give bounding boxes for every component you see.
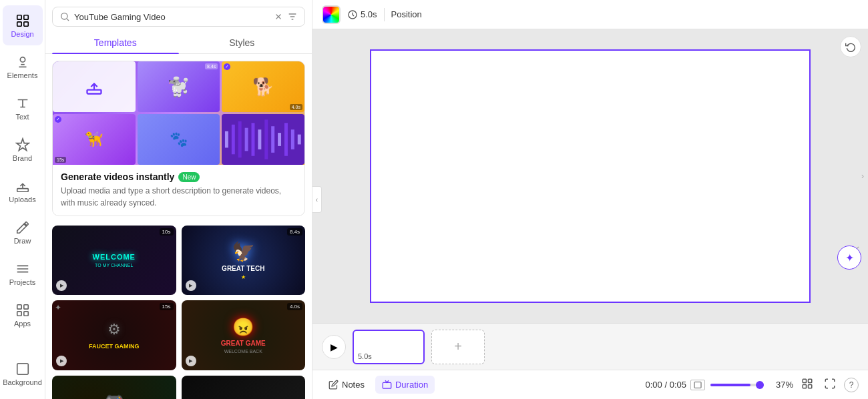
sidebar-item-background[interactable]: Background bbox=[3, 354, 43, 394]
svg-rect-3 bbox=[23, 21, 27, 25]
template-4-play[interactable]: ▶ bbox=[186, 356, 196, 366]
svg-rect-28 bbox=[803, 379, 806, 382]
promo-dog3-cell: ✓ 🦮 15s bbox=[53, 114, 136, 165]
color-picker-button[interactable] bbox=[322, 5, 341, 24]
sidebar-item-background-label: Background bbox=[3, 378, 42, 386]
svg-rect-12 bbox=[87, 90, 101, 94]
svg-rect-8 bbox=[17, 311, 21, 315]
template-3-text: FAUCET GAMING bbox=[89, 343, 140, 350]
svg-point-4 bbox=[20, 57, 25, 61]
sidebar-item-brand-label: Brand bbox=[13, 154, 32, 162]
template-item-1[interactable]: WELCOME TO MY CHANNEL ▶ 10s bbox=[52, 226, 176, 295]
tab-templates[interactable]: Templates bbox=[52, 32, 179, 53]
add-icon: + bbox=[454, 339, 462, 354]
zoom-slider-thumb[interactable] bbox=[756, 381, 764, 389]
svg-rect-20 bbox=[272, 126, 275, 153]
template-item-6[interactable]: GAMING VIDEO CHANNEL ▶ bbox=[182, 376, 306, 399]
panel-tabs: Templates Styles bbox=[45, 32, 312, 54]
refresh-button[interactable] bbox=[840, 36, 861, 57]
search-bar[interactable] bbox=[52, 7, 305, 27]
tab-styles[interactable]: Styles bbox=[179, 32, 306, 53]
promo-card-image: 8.4s 🐩 ✓ 🐕 4.0s ✓ 🦮 15s bbox=[53, 61, 304, 165]
magic-button[interactable]: ✦ bbox=[837, 246, 861, 270]
template-2-play[interactable]: ▶ bbox=[186, 280, 196, 291]
panel-wrapper: Templates Styles 8.4s 🐩 bbox=[45, 0, 312, 399]
duration-icon bbox=[382, 380, 392, 390]
promo-dog4-cell: 🐾 bbox=[138, 114, 220, 165]
canvas-scroll-right-arrow[interactable]: › bbox=[861, 171, 864, 181]
bottom-bar: Notes Duration 0:00 / 0:05 bbox=[312, 370, 868, 399]
svg-rect-0 bbox=[17, 15, 21, 19]
clear-icon[interactable] bbox=[274, 12, 283, 21]
background-icon bbox=[15, 362, 30, 376]
svg-rect-2 bbox=[17, 21, 21, 25]
template-item-5[interactable]: 🎮 DANIEL GAMING SPECIAL CHANNEL ▶ bbox=[52, 376, 176, 399]
template-4-text: GREAT GAME bbox=[221, 340, 266, 347]
sidebar-item-draw-label: Draw bbox=[14, 237, 31, 245]
notes-button[interactable]: Notes bbox=[322, 376, 371, 394]
svg-rect-26 bbox=[383, 382, 391, 388]
svg-rect-29 bbox=[809, 379, 812, 382]
sidebar-item-elements[interactable]: Elements bbox=[3, 47, 43, 87]
svg-rect-18 bbox=[258, 129, 262, 149]
timeline-play-button[interactable]: ▶ bbox=[322, 335, 346, 359]
zoom-slider[interactable] bbox=[710, 384, 764, 386]
svg-rect-19 bbox=[265, 119, 268, 159]
timeline-clip-1[interactable]: 5.0s bbox=[353, 330, 425, 364]
template-item-2[interactable]: 🦅 GREAT TECH ★ ▶ 8.4s bbox=[182, 226, 306, 295]
promo-waveform-cell bbox=[222, 114, 304, 165]
sidebar-item-design[interactable]: Design bbox=[3, 5, 43, 45]
timeline-add-button[interactable]: + bbox=[431, 330, 485, 364]
promo-dog1-cell: 8.4s 🐩 bbox=[138, 61, 220, 112]
sidebar-item-projects[interactable]: Projects bbox=[3, 254, 43, 294]
duration-button[interactable]: 5.0s bbox=[347, 9, 377, 20]
panel-content: 8.4s 🐩 ✓ 🐕 4.0s ✓ 🦮 15s bbox=[45, 54, 312, 399]
search-input[interactable] bbox=[74, 12, 270, 22]
filter-icon[interactable] bbox=[287, 11, 298, 22]
template-item-4[interactable]: 😠 GREAT GAME WELCOME BACK ▶ 4.0s bbox=[182, 300, 306, 370]
canvas-area: ‹ ✦ › bbox=[312, 29, 868, 323]
svg-rect-15 bbox=[238, 121, 242, 157]
sidebar-item-apps[interactable]: Apps bbox=[3, 295, 43, 335]
promo-title-text: Generate videos instantly bbox=[61, 171, 174, 182]
svg-rect-13 bbox=[225, 131, 228, 148]
zoom-slider-track[interactable] bbox=[710, 384, 764, 386]
timeline: ▶ 5.0s + bbox=[312, 323, 868, 370]
notes-icon bbox=[329, 380, 339, 390]
promo-card[interactable]: 8.4s 🐩 ✓ 🐕 4.0s ✓ 🦮 15s bbox=[52, 61, 305, 216]
svg-rect-17 bbox=[252, 123, 255, 155]
sidebar-item-draw[interactable]: Draw bbox=[3, 212, 43, 252]
template-3-play[interactable]: ▶ bbox=[56, 356, 67, 366]
help-button[interactable]: ? bbox=[844, 378, 859, 392]
duration-label: Duration bbox=[395, 380, 428, 390]
clock-icon bbox=[347, 9, 358, 20]
template-item-3[interactable]: ⚙ FAUCET GAMING ▶ 15s ✦ bbox=[52, 300, 176, 370]
sidebar-item-uploads-label: Uploads bbox=[9, 195, 35, 204]
top-toolbar: 5.0s Position bbox=[312, 0, 868, 29]
sidebar-item-uploads[interactable]: Uploads bbox=[3, 171, 43, 211]
zoom-percent-label: 37% bbox=[769, 380, 793, 390]
projects-icon bbox=[15, 262, 30, 276]
expand-button[interactable] bbox=[821, 375, 839, 395]
duration-bottom-button[interactable]: Duration bbox=[375, 376, 435, 394]
sidebar-item-apps-label: Apps bbox=[14, 320, 31, 328]
svg-rect-30 bbox=[803, 384, 806, 388]
position-button[interactable]: Position bbox=[391, 9, 422, 19]
grid-view-button[interactable] bbox=[799, 375, 816, 395]
page-view-button[interactable] bbox=[690, 380, 705, 390]
panel-collapse-button[interactable]: ‹ bbox=[312, 186, 322, 213]
template-1-text: WELCOME bbox=[93, 253, 136, 261]
canvas-frame[interactable] bbox=[370, 49, 811, 303]
svg-rect-6 bbox=[17, 304, 21, 308]
toolbar-duration-label: 5.0s bbox=[361, 9, 377, 19]
sidebar-item-text[interactable]: Text bbox=[3, 88, 43, 128]
svg-rect-16 bbox=[245, 128, 248, 151]
sidebar-item-brand[interactable]: Brand bbox=[3, 129, 43, 169]
svg-rect-31 bbox=[809, 384, 812, 388]
sidebar-item-elements-label: Elements bbox=[7, 71, 38, 79]
templates-panel: Templates Styles 8.4s 🐩 bbox=[45, 0, 312, 399]
promo-description: Upload media and type a short descriptio… bbox=[61, 185, 296, 209]
promo-card-text: Generate videos instantly New Upload med… bbox=[53, 165, 304, 216]
svg-rect-21 bbox=[278, 133, 281, 146]
sidebar-item-text-label: Text bbox=[15, 113, 29, 121]
